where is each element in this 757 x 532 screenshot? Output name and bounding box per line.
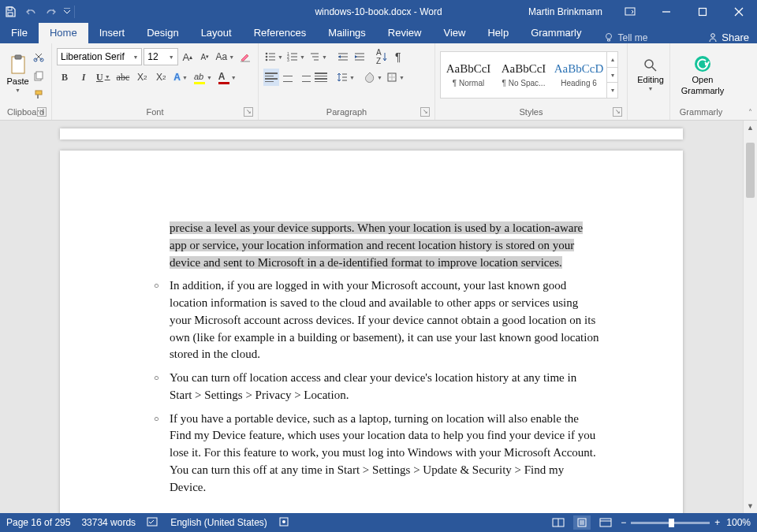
paragraph-dialog-launcher[interactable]: ↘ [420,107,430,117]
tab-insert[interactable]: Insert [88,23,136,43]
underline-icon[interactable]: U▼ [95,69,112,86]
format-painter-icon[interactable] [31,86,47,103]
cut-icon[interactable] [31,48,47,65]
svg-rect-7 [15,55,21,59]
svg-text:3: 3 [287,58,289,61]
ribbon-display-options-icon[interactable] [612,0,648,23]
quick-access-toolbar [0,0,76,23]
qat-customize-icon[interactable] [62,0,73,23]
bullet-item[interactable]: If you have a portable device, such as a… [143,411,600,497]
bold-icon[interactable]: B [57,69,73,86]
superscript-icon[interactable]: X2 [153,69,169,86]
tab-view[interactable]: View [432,23,476,43]
tab-file[interactable]: File [0,23,39,43]
tab-home[interactable]: Home [39,23,88,43]
svg-rect-1 [8,13,13,16]
font-size-combo[interactable]: 12▼ [144,48,177,65]
page[interactable]: precise a level as your device supports.… [60,151,683,513]
read-mode-icon[interactable] [550,515,567,530]
justify-icon[interactable] [313,69,329,86]
redo-icon[interactable] [41,0,62,23]
macro-icon[interactable] [278,516,289,530]
numbering-icon[interactable]: 123▼ [285,48,307,65]
page-indicator[interactable]: Page 16 of 295 [6,517,70,528]
shrink-font-icon[interactable]: A▾ [197,48,213,65]
scroll-track[interactable] [744,135,757,499]
font-name-combo[interactable]: Liberation Serif▼ [57,48,142,65]
word-count[interactable]: 33734 words [81,517,136,528]
sort-icon[interactable]: AZ [374,48,390,65]
minimize-icon[interactable] [648,0,684,23]
borders-icon[interactable]: ▼ [385,69,406,86]
change-case-icon[interactable]: Aa▼ [214,48,236,65]
text-effects-icon[interactable]: A▼ [172,69,189,86]
vertical-scrollbar[interactable]: ▲ ▼ [743,121,757,513]
show-marks-icon[interactable]: ¶ [390,48,406,65]
increase-indent-icon[interactable] [352,48,367,65]
undo-icon[interactable] [21,0,41,23]
align-center-icon[interactable] [280,69,296,86]
style-no-spacing[interactable]: AaBbCcI¶ No Spac... [496,52,551,98]
spellcheck-icon[interactable] [147,516,159,530]
line-spacing-icon[interactable]: ▼ [335,69,356,86]
scroll-thumb[interactable] [746,143,755,198]
align-right-icon[interactable] [296,69,312,86]
clipboard-dialog-launcher[interactable]: ↘ [37,107,47,117]
zoom-track[interactable] [631,522,710,524]
decrease-indent-icon[interactable] [335,48,351,65]
previous-page-fragment [60,128,683,140]
tab-grammarly[interactable]: Grammarly [520,23,592,43]
align-left-icon[interactable] [263,69,279,86]
zoom-slider[interactable]: − + [621,517,720,528]
multilevel-list-icon[interactable]: ▼ [308,48,329,65]
print-layout-icon[interactable] [573,515,591,530]
highlighted-text[interactable]: precise a level as your device supports.… [170,221,583,269]
bullet-item[interactable]: In addition, if you are logged in with y… [143,277,600,363]
bullet-item[interactable]: You can turn off location access and cle… [143,370,600,404]
share-button[interactable]: Share [707,32,749,43]
user-name[interactable]: Martin Brinkmann [528,6,602,17]
grow-font-icon[interactable]: A▴ [180,48,196,65]
document-area[interactable]: precise a level as your device supports.… [0,121,743,513]
close-icon[interactable] [721,0,757,23]
style-normal[interactable]: AaBbCcI¶ Normal [441,52,496,98]
web-layout-icon[interactable] [597,515,614,530]
save-icon[interactable] [0,0,21,23]
strikethrough-icon[interactable]: abc [115,69,132,86]
font-dialog-launcher[interactable]: ↘ [244,107,253,117]
svg-point-13 [266,53,268,55]
highlight-color-icon[interactable]: ab▼ [192,69,214,86]
subscript-icon[interactable]: X2 [134,69,150,86]
zoom-thumb[interactable] [669,519,674,527]
tab-design[interactable]: Design [136,23,189,43]
zoom-out-icon[interactable]: − [621,517,626,528]
tell-me-search[interactable]: Tell me [603,32,647,43]
styles-gallery[interactable]: AaBbCcI¶ Normal AaBbCcI¶ No Spac... AaBb… [440,51,618,99]
italic-icon[interactable]: I [76,69,91,86]
clear-formatting-icon[interactable] [237,48,253,65]
svg-point-14 [266,56,268,58]
open-grammarly-button[interactable]: Open Grammarly [675,47,730,103]
zoom-in-icon[interactable]: + [714,517,720,528]
zoom-level[interactable]: 100% [726,517,751,528]
tab-help[interactable]: Help [476,23,520,43]
tab-mailings[interactable]: Mailings [317,23,377,43]
maximize-icon[interactable] [684,0,721,23]
styles-scroll[interactable]: ▴▾▾ [606,52,617,98]
font-group-label: Font [146,107,163,117]
scroll-down-icon[interactable]: ▼ [744,499,757,513]
paste-button[interactable]: Paste ▼ [5,47,31,102]
bullets-icon[interactable]: ▼ [263,48,285,65]
shading-icon[interactable]: ▼ [363,69,384,86]
language-indicator[interactable]: English (United States) [170,517,267,528]
style-heading-6[interactable]: AaBbCcDHeading 6 [551,52,606,98]
tab-review[interactable]: Review [377,23,433,43]
collapse-ribbon-icon[interactable]: ˄ [748,108,752,117]
tab-references[interactable]: References [243,23,317,43]
tab-layout[interactable]: Layout [190,23,243,43]
styles-dialog-launcher[interactable]: ↘ [613,107,622,117]
font-color-icon[interactable]: A▼ [217,69,238,86]
editing-button[interactable]: Editing ▼ [632,47,669,103]
scroll-up-icon[interactable]: ▲ [744,121,757,135]
copy-icon[interactable] [31,67,47,84]
